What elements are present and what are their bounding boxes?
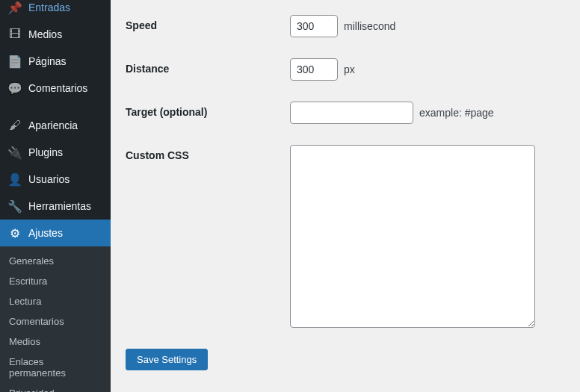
distance-label: Distance bbox=[126, 58, 290, 75]
sidebar-item-label: Herramientas bbox=[28, 200, 91, 212]
sidebar-item-label: Medios bbox=[28, 28, 62, 40]
sidebar-item-label: Plugins bbox=[28, 146, 63, 158]
sidebar-item-plugins[interactable]: 🔌 Plugins bbox=[0, 139, 111, 166]
sidebar-item-medios[interactable]: 🎞 Medios bbox=[0, 21, 111, 48]
sidebar-item-entradas[interactable]: 📌 Entradas bbox=[0, 0, 111, 21]
tools-icon: 🔧 bbox=[7, 199, 22, 214]
submenu-generales[interactable]: Generales bbox=[0, 251, 111, 271]
target-example: example: #page bbox=[419, 107, 494, 119]
speed-input[interactable] bbox=[290, 15, 338, 37]
pin-icon: 📌 bbox=[7, 0, 22, 15]
appearance-icon: 🖌 bbox=[7, 118, 22, 133]
row-target: Target (optional) example: #page bbox=[126, 102, 565, 124]
users-icon: 👤 bbox=[7, 172, 22, 187]
media-icon: 🎞 bbox=[7, 27, 22, 42]
row-distance: Distance px bbox=[126, 58, 565, 81]
submenu-lectura[interactable]: Lectura bbox=[0, 291, 111, 311]
settings-content: Speed millisecond Distance px Target (op… bbox=[111, 0, 580, 392]
submenu-escritura[interactable]: Escritura bbox=[0, 271, 111, 291]
custom-css-textarea[interactable] bbox=[290, 145, 535, 328]
sidebar-item-paginas[interactable]: 📄 Páginas bbox=[0, 48, 111, 75]
sidebar-item-label: Ajustes bbox=[28, 227, 63, 239]
sidebar-item-ajustes[interactable]: ⚙ Ajustes bbox=[0, 220, 111, 246]
custom-css-label: Custom CSS bbox=[126, 145, 290, 161]
settings-submenu: Generales Escritura Lectura Comentarios … bbox=[0, 246, 111, 392]
distance-unit: px bbox=[344, 63, 355, 75]
sidebar-item-label: Apariencia bbox=[28, 119, 78, 131]
sidebar-item-label: Comentarios bbox=[28, 82, 87, 94]
sidebar-item-usuarios[interactable]: 👤 Usuarios bbox=[0, 166, 111, 193]
submenu-medios[interactable]: Medios bbox=[0, 332, 111, 352]
sidebar-item-apariencia[interactable]: 🖌 Apariencia bbox=[0, 112, 111, 139]
submenu-privacidad[interactable]: Privacidad bbox=[0, 383, 111, 392]
target-input[interactable] bbox=[290, 102, 413, 124]
submenu-enlaces-permanentes[interactable]: Enlaces permanentes bbox=[0, 352, 111, 383]
sidebar-item-label: Páginas bbox=[28, 55, 67, 67]
plugins-icon: 🔌 bbox=[7, 145, 22, 160]
speed-unit: millisecond bbox=[344, 20, 395, 32]
sidebar-item-label: Entradas bbox=[28, 1, 70, 13]
row-custom-css: Custom CSS bbox=[126, 145, 565, 328]
sidebar-item-comentarios[interactable]: 💬 Comentarios bbox=[0, 75, 111, 102]
distance-input[interactable] bbox=[290, 58, 338, 81]
page-icon: 📄 bbox=[7, 54, 22, 69]
target-label: Target (optional) bbox=[126, 102, 290, 118]
save-settings-button[interactable]: Save Settings bbox=[126, 349, 208, 370]
sidebar-item-herramientas[interactable]: 🔧 Herramientas bbox=[0, 193, 111, 220]
settings-icon: ⚙ bbox=[7, 225, 22, 240]
submenu-comentarios[interactable]: Comentarios bbox=[0, 311, 111, 332]
speed-label: Speed bbox=[126, 15, 290, 31]
comment-icon: 💬 bbox=[7, 81, 22, 96]
row-speed: Speed millisecond bbox=[126, 15, 565, 37]
sidebar-item-label: Usuarios bbox=[28, 173, 70, 185]
admin-sidebar: 📌 Entradas 🎞 Medios 📄 Páginas 💬 Comentar… bbox=[0, 0, 111, 392]
